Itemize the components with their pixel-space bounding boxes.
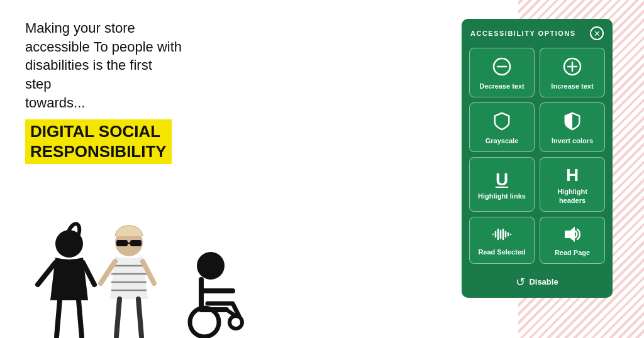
buttons-grid: Decrease text Increase text [469,48,605,264]
panel-title: ACCESSIBILITY OPTIONS [470,30,576,37]
invert-colors-label: Invert colors [552,137,593,145]
highlight-links-label: Highlight links [478,192,526,200]
svg-rect-1 [57,241,68,248]
intro-line-5: towards... [25,95,85,111]
increase-text-button[interactable]: Increase text [540,48,605,97]
heading-icon: H [566,166,579,184]
svg-point-16 [197,252,225,280]
svg-marker-33 [565,228,574,241]
intro-line-3: disabilities is the first [25,57,152,73]
highlight-text-1: DIGITAL SOCIAL [30,122,167,141]
disable-label: Disable [529,277,558,286]
waveform-icon [492,227,512,244]
svg-line-5 [79,300,82,337]
decrease-text-label: Decrease text [479,82,525,90]
read-selected-label: Read Selected [478,248,525,256]
intro-paragraph: Making your store accessible To people w… [25,19,264,112]
illustration [19,194,283,338]
left-content: Making your store accessible To people w… [0,0,430,338]
right-panel-wrapper: ACCESSIBILITY OPTIONS ✕ Decrease text [430,0,644,338]
shield-icon [493,112,511,133]
svg-line-14 [116,299,119,337]
svg-rect-7 [116,240,128,246]
accessibility-panel: ACCESSIBILITY OPTIONS ✕ Decrease text [462,19,613,298]
read-page-button[interactable]: Read Page [540,217,605,264]
highlight-headers-button[interactable]: H Highlight headers [540,157,605,211]
increase-text-label: Increase text [551,82,593,90]
highlight-headers-label: Highlight headers [545,188,599,204]
svg-rect-2 [70,241,82,248]
panel-header: ACCESSIBILITY OPTIONS ✕ [469,26,605,40]
close-button[interactable]: ✕ [590,26,604,40]
read-selected-button[interactable]: Read Selected [469,217,535,264]
plus-circle-icon [563,57,582,79]
svg-point-18 [230,316,242,329]
highlight-box: DIGITAL SOCIAL RESPONSIBILITY [25,119,172,163]
disable-icon: ↺ [516,275,525,289]
grayscale-button[interactable]: Grayscale [469,102,535,152]
minus-circle-icon [492,57,511,79]
intro-line-2: accessible To people with [25,39,182,55]
decrease-text-button[interactable]: Decrease text [469,48,535,97]
invert-colors-button[interactable]: Invert colors [540,102,605,152]
highlight-links-button[interactable]: U Highlight links [469,157,535,211]
read-page-label: Read Page [555,249,590,257]
intro-line-1: Making your store [25,20,135,36]
svg-line-15 [138,299,142,337]
shield-half-icon [564,112,581,133]
highlight-text-2: RESPONSIBILITY [30,142,167,161]
panel-footer[interactable]: ↺ Disable [469,270,605,290]
grayscale-label: Grayscale [486,137,519,145]
intro-line-4: step [25,76,52,92]
svg-line-4 [57,300,60,337]
underline-icon: U [496,171,508,188]
svg-rect-8 [130,240,142,246]
speaker-icon [563,226,582,245]
